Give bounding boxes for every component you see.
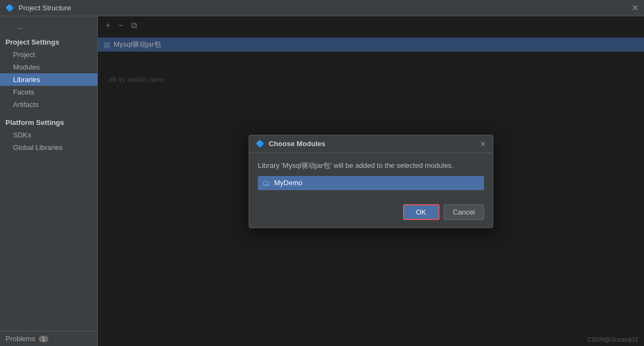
back-arrow-icon[interactable]: ← [5, 24, 13, 33]
module-label: MyDemo [274, 179, 302, 187]
dialog-icon: 🔷 [256, 140, 264, 148]
window-title: Project Structure [18, 4, 71, 12]
window-close-button[interactable]: ✕ [631, 4, 639, 12]
problems-badge: 1 [39, 336, 48, 342]
content-area: + − ⧉ ▦ Mysql驱动jar包 dit its details here… [98, 16, 644, 346]
modal-overlay: 🔷 Choose Modules ✕ Library 'Mysql驱动jar包'… [98, 16, 644, 346]
dialog-close-button[interactable]: ✕ [480, 140, 486, 148]
title-bar-left: 🔷 Project Structure [5, 4, 71, 12]
nav-arrows: ← → [0, 21, 97, 36]
sidebar-spacer [0, 154, 97, 331]
dialog-body: Library 'Mysql驱动jar包' will be added to t… [249, 153, 493, 200]
sidebar-item-sdks[interactable]: SDKs [0, 129, 97, 141]
dialog-titlebar: 🔷 Choose Modules ✕ [249, 135, 493, 153]
dialog-message: Library 'Mysql驱动jar包' will be added to t… [258, 161, 484, 171]
sidebar-item-global-libraries[interactable]: Global Libraries [0, 141, 97, 154]
problems-label: Problems [5, 335, 35, 343]
dialog-footer: OK Cancel [249, 200, 493, 228]
app-icon: 🔷 [5, 4, 14, 12]
sidebar: ← → Project Settings Project Modules Lib… [0, 16, 98, 346]
choose-modules-dialog: 🔷 Choose Modules ✕ Library 'Mysql驱动jar包'… [249, 135, 493, 228]
sidebar-item-modules[interactable]: Modules [0, 61, 97, 73]
sidebar-item-artifacts[interactable]: Artifacts [0, 98, 97, 111]
dialog-title: Choose Modules [269, 140, 325, 148]
forward-arrow-icon[interactable]: → [15, 24, 23, 33]
module-folder-icon: 🗂 [262, 179, 270, 187]
dialog-titlebar-left: 🔷 Choose Modules [256, 140, 325, 148]
ok-button[interactable]: OK [403, 204, 439, 220]
main-layout: ← → Project Settings Project Modules Lib… [0, 16, 644, 346]
sidebar-item-libraries[interactable]: Libraries [0, 73, 97, 86]
sidebar-item-project[interactable]: Project [0, 48, 97, 61]
platform-settings-header: Platform Settings [0, 116, 97, 129]
problems-bar[interactable]: Problems 1 [0, 331, 97, 346]
sidebar-item-facets[interactable]: Facets [0, 86, 97, 98]
title-bar: 🔷 Project Structure ✕ [0, 0, 644, 16]
project-settings-header: Project Settings [0, 36, 97, 48]
module-item[interactable]: 🗂 MyDemo [258, 176, 484, 190]
cancel-button[interactable]: Cancel [444, 204, 484, 220]
